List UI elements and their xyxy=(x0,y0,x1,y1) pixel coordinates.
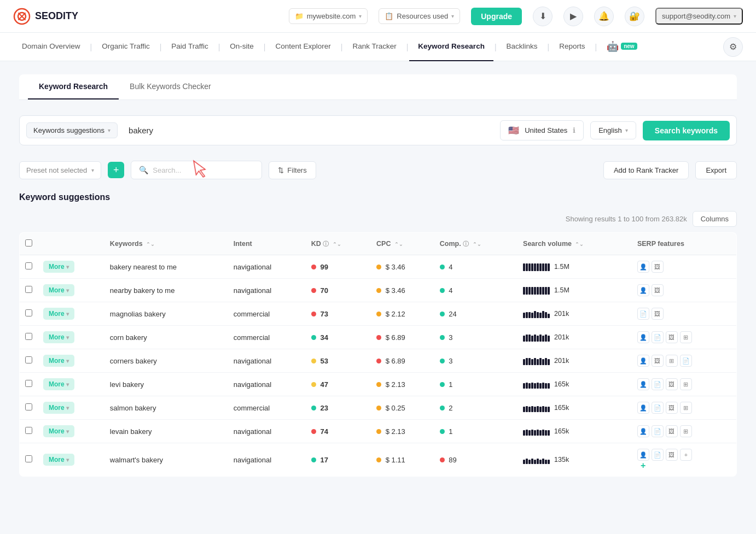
more-button[interactable]: More ▾ xyxy=(43,331,74,343)
row-checkbox[interactable] xyxy=(25,403,32,410)
filter-search-input[interactable] xyxy=(153,166,254,174)
nav-keyword-research[interactable]: Keyword Research xyxy=(409,33,493,61)
more-button[interactable]: More ▾ xyxy=(43,402,74,414)
row-checkbox-cell xyxy=(20,349,38,373)
comp-cell: 3 xyxy=(434,349,517,373)
row-checkbox[interactable] xyxy=(25,427,32,434)
serp-icons-container: 👤🖼 xyxy=(637,261,731,273)
logo[interactable]: SEODITY xyxy=(13,8,78,25)
kd-cell: 99 xyxy=(306,255,371,279)
serp-icons-container: 👤📄🖼+ xyxy=(637,449,731,461)
nav-sep-6: | xyxy=(405,43,410,51)
preset-dropdown[interactable]: Preset not selected ▾ xyxy=(19,161,101,179)
row-checkbox[interactable] xyxy=(25,262,32,269)
nav-rank-tracker[interactable]: Rank Tracker xyxy=(344,33,405,61)
col-keyword[interactable]: Keywords ⌃⌄ xyxy=(104,233,228,255)
row-checkbox[interactable] xyxy=(25,356,32,363)
nav-organic-traffic[interactable]: Organic Traffic xyxy=(93,33,159,61)
keyword-cell: salmon bakery xyxy=(104,396,228,420)
more-btn-cell: More ▾ xyxy=(38,279,104,302)
volume-bar xyxy=(523,333,550,342)
filter-row-right: Add to Rank Tracker Export xyxy=(603,161,737,179)
kd-value: 34 xyxy=(320,333,328,342)
export-button[interactable]: Export xyxy=(695,161,737,179)
settings-icon-button[interactable]: ⚙ xyxy=(723,37,743,57)
row-checkbox[interactable] xyxy=(25,380,32,387)
row-checkbox[interactable] xyxy=(25,455,32,462)
add-to-rank-tracker-button[interactable]: Add to Rank Tracker xyxy=(603,161,689,179)
nav-new-feature[interactable]: 🤖new xyxy=(598,33,645,61)
volume-bar xyxy=(523,262,550,271)
subtab-bulk-keywords[interactable]: Bulk Keywords Checker xyxy=(119,74,222,99)
row-checkbox[interactable] xyxy=(25,309,32,316)
keyword-cell: levain bakery xyxy=(104,420,228,443)
nav-sep-8: | xyxy=(546,43,551,51)
cpc-value: $ 0.25 xyxy=(386,404,405,412)
more-btn-cell: More ▾ xyxy=(38,302,104,326)
kd-sort-icon: ⌃⌄ xyxy=(333,242,341,247)
volume-bar-wrap: 201k xyxy=(523,356,626,365)
subtab-keyword-research[interactable]: Keyword Research xyxy=(28,74,119,99)
volume-bar xyxy=(523,427,550,436)
select-all-checkbox[interactable] xyxy=(25,239,32,247)
more-button[interactable]: More ▾ xyxy=(43,308,74,320)
user-menu-button[interactable]: support@seodity.com ▾ xyxy=(655,8,743,25)
row-checkbox-cell xyxy=(20,420,38,443)
add-serp-icon[interactable]: + xyxy=(641,461,645,470)
col-more xyxy=(38,233,104,255)
volume-bar-wrap: 201k xyxy=(523,309,626,318)
country-selector[interactable]: 🇺🇸 United States ℹ xyxy=(500,120,584,140)
resources-button[interactable]: 📋 Resources used ▾ xyxy=(379,8,460,24)
row-checkbox-cell xyxy=(20,302,38,326)
row-checkbox[interactable] xyxy=(25,286,32,293)
download-icon-button[interactable]: ⬇ xyxy=(533,7,553,26)
columns-button[interactable]: Columns xyxy=(693,211,737,227)
kd-dot xyxy=(311,288,316,293)
preset-add-button[interactable]: + xyxy=(108,162,124,178)
row-checkbox[interactable] xyxy=(25,333,32,340)
upgrade-button[interactable]: Upgrade xyxy=(471,8,522,25)
serp-icon: 📄 xyxy=(652,331,664,343)
comp-dot xyxy=(440,265,445,269)
more-button[interactable]: More ▾ xyxy=(43,425,74,437)
col-volume[interactable]: Search volume ⌃⌄ xyxy=(517,233,632,255)
more-button[interactable]: More ▾ xyxy=(43,261,74,273)
nav-content-explorer[interactable]: Content Explorer xyxy=(266,33,339,61)
kd-value: 74 xyxy=(320,427,328,436)
volume-value: 1.5M xyxy=(554,286,569,294)
comp-cell: 89 xyxy=(434,443,517,477)
search-type-dropdown[interactable]: Keywords suggestions ▾ xyxy=(26,122,118,138)
language-selector[interactable]: English ▾ xyxy=(590,121,636,139)
nav-sep-1: | xyxy=(89,43,94,51)
kd-dot xyxy=(311,265,316,269)
filters-button[interactable]: ⇅ Filters xyxy=(269,161,316,179)
lock-icon-button[interactable]: 🔐 xyxy=(625,7,644,26)
video-icon-button[interactable]: ▶ xyxy=(563,7,583,26)
nav-domain-overview[interactable]: Domain Overview xyxy=(13,33,89,61)
col-comp[interactable]: Comp. ⓘ ⌃⌄ xyxy=(434,233,517,255)
nav-onsite[interactable]: On-site xyxy=(221,33,263,61)
col-cpc[interactable]: CPC ⌃⌄ xyxy=(371,233,434,255)
nav-sep-9: | xyxy=(594,43,598,51)
volume-sort-icon: ⌃⌄ xyxy=(575,242,584,247)
filter-search-box[interactable]: 🔍 xyxy=(131,161,262,179)
serp-icon: 👤 xyxy=(637,284,649,296)
more-button[interactable]: More ▾ xyxy=(43,378,74,390)
col-kd[interactable]: KD ⓘ ⌃⌄ xyxy=(306,233,371,255)
nav-reports[interactable]: Reports xyxy=(550,33,594,61)
more-button[interactable]: More ▾ xyxy=(43,284,74,296)
more-button[interactable]: More ▾ xyxy=(43,355,74,367)
search-keywords-button[interactable]: Search keywords xyxy=(643,121,730,140)
volume-cell: 165k xyxy=(517,396,632,420)
keyword-input[interactable] xyxy=(124,124,493,137)
website-selector[interactable]: 📁 mywebsite.com ▾ xyxy=(289,8,368,24)
serp-cell: 📄🖼 xyxy=(632,302,737,326)
comp-dot xyxy=(440,429,445,434)
comp-dot xyxy=(440,406,445,410)
nav-backlinks[interactable]: Backlinks xyxy=(498,33,546,61)
bell-icon-button[interactable]: 🔔 xyxy=(594,7,614,26)
comp-value: 1 xyxy=(449,380,452,389)
volume-bar-wrap: 165k xyxy=(523,403,626,412)
more-button[interactable]: More ▾ xyxy=(43,454,74,466)
nav-paid-traffic[interactable]: Paid Traffic xyxy=(162,33,217,61)
